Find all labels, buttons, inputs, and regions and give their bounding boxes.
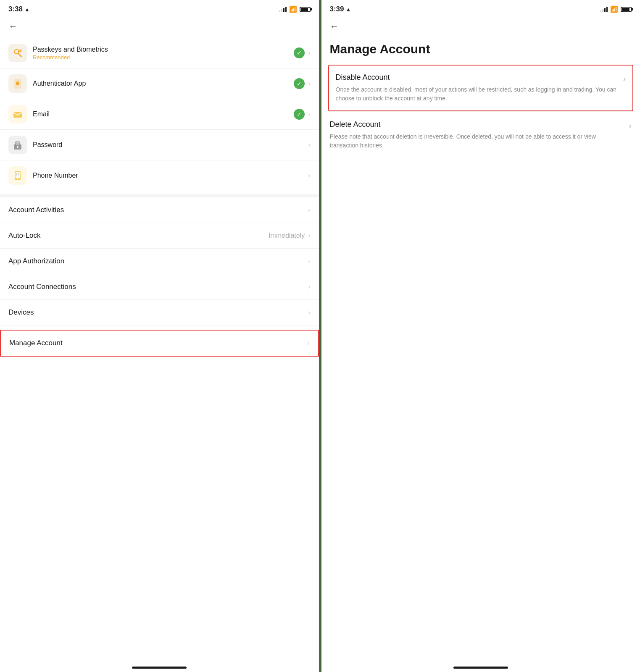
- section-divider-left: [0, 194, 319, 197]
- email-chevron: ›: [308, 110, 310, 118]
- passkeys-icon: [8, 44, 27, 62]
- menu-item-app-authorization[interactable]: App Authorization ›: [0, 249, 319, 274]
- home-bar-left: [132, 667, 187, 669]
- settings-item-passkeys[interactable]: Passkeys and Biometrics Recommended ✓ ›: [0, 38, 319, 68]
- disable-account-content: Disable Account Once the account is disa…: [336, 73, 619, 103]
- menu-section: Account Activities › Auto-Lock Immediate…: [0, 197, 319, 357]
- authenticator-icon: [8, 74, 27, 93]
- status-icons-right: 📶: [600, 5, 632, 13]
- settings-item-authenticator[interactable]: Authenticator App ✓ ›: [0, 68, 319, 99]
- auto-lock-chevron: ›: [308, 232, 310, 239]
- password-title: Password: [33, 141, 308, 149]
- app-authorization-chevron: ›: [308, 257, 310, 265]
- time-right: 3:39: [330, 5, 344, 13]
- manage-account-label: Manage Account: [9, 339, 307, 347]
- delete-account-content: Delete Account Please note that account …: [330, 120, 625, 150]
- password-chevron: ›: [308, 141, 310, 149]
- menu-item-auto-lock[interactable]: Auto-Lock Immediately ›: [0, 223, 319, 249]
- authenticator-check: ✓: [294, 78, 305, 89]
- devices-chevron: ›: [308, 309, 310, 316]
- phone-icon: [8, 166, 27, 185]
- battery-icon-left: [300, 7, 311, 12]
- wifi-icon-left: 📶: [289, 5, 297, 13]
- authenticator-title: Authenticator App: [33, 80, 294, 87]
- phone-right: ›: [308, 172, 310, 179]
- authenticator-chevron: ›: [308, 80, 310, 87]
- password-right: ›: [308, 141, 310, 149]
- svg-rect-14: [18, 173, 19, 174]
- passkeys-right: ✓ ›: [294, 47, 310, 58]
- email-content: Email: [33, 110, 294, 118]
- location-icon-right: ▲: [346, 6, 351, 13]
- page-title: Manage Account: [321, 38, 640, 65]
- back-arrow-left: ←: [8, 21, 18, 32]
- security-settings-section: Passkeys and Biometrics Recommended ✓ › …: [0, 38, 319, 191]
- wifi-icon-right: 📶: [610, 5, 618, 13]
- account-connections-label: Account Connections: [8, 283, 308, 291]
- email-right: ✓ ›: [294, 109, 310, 120]
- email-icon: [8, 105, 27, 123]
- passkeys-subtitle: Recommended: [33, 54, 294, 60]
- menu-item-account-activities[interactable]: Account Activities ›: [0, 197, 319, 223]
- passkeys-check: ✓: [294, 47, 305, 58]
- manage-account-chevron: ›: [307, 339, 309, 347]
- phone-chevron: ›: [308, 172, 310, 179]
- auto-lock-label: Auto-Lock: [8, 231, 269, 240]
- svg-point-3: [16, 82, 19, 85]
- account-connections-chevron: ›: [308, 283, 310, 291]
- phone-title: Phone Number: [33, 172, 308, 179]
- account-activities-chevron: ›: [308, 206, 310, 214]
- status-icons-left: 📶: [279, 5, 311, 13]
- account-activities-label: Account Activities: [8, 206, 308, 214]
- svg-point-0: [14, 50, 18, 54]
- svg-rect-16: [18, 176, 19, 176]
- svg-rect-13: [16, 176, 17, 176]
- phone-content: Phone Number: [33, 172, 308, 179]
- status-bar-right: 3:39 ▲ 📶: [321, 0, 640, 17]
- passkeys-chevron: ›: [308, 49, 310, 57]
- left-screen: 3:38 ▲ 📶 ←: [0, 0, 321, 672]
- passkeys-title: Passkeys and Biometrics: [33, 46, 294, 53]
- disable-account-title: Disable Account: [336, 73, 619, 82]
- devices-label: Devices: [8, 308, 308, 317]
- svg-rect-12: [16, 174, 17, 175]
- passkeys-content: Passkeys and Biometrics Recommended: [33, 46, 294, 60]
- disable-account-desc: Once the account is disabled, most of yo…: [336, 85, 619, 103]
- manage-item-disable-account[interactable]: Disable Account Once the account is disa…: [328, 65, 634, 111]
- delete-account-chevron: ›: [629, 121, 632, 131]
- menu-item-devices[interactable]: Devices ›: [0, 300, 319, 326]
- location-icon-left: ▲: [24, 6, 30, 13]
- settings-item-phone[interactable]: Phone Number ›: [0, 160, 319, 191]
- delete-account-desc: Please note that account deletion is irr…: [330, 132, 625, 150]
- email-title: Email: [33, 110, 294, 118]
- delete-account-title: Delete Account: [330, 120, 625, 129]
- settings-item-password[interactable]: Password ›: [0, 130, 319, 160]
- email-check: ✓: [294, 109, 305, 120]
- authenticator-right: ✓ ›: [294, 78, 310, 89]
- signal-icon-left: [279, 6, 287, 12]
- disable-account-chevron: ›: [623, 74, 626, 84]
- back-button-right[interactable]: ←: [321, 17, 640, 38]
- back-button-left[interactable]: ←: [0, 17, 319, 38]
- authenticator-content: Authenticator App: [33, 80, 294, 87]
- battery-icon-right: [621, 7, 632, 12]
- password-icon: [8, 136, 27, 154]
- back-arrow-right: ←: [330, 21, 339, 32]
- status-bar-left: 3:38 ▲ 📶: [0, 0, 319, 17]
- right-screen: 3:39 ▲ 📶 ← Manage Account Disable Accoun…: [321, 0, 640, 672]
- svg-rect-11: [16, 173, 17, 174]
- svg-rect-8: [15, 143, 20, 144]
- home-indicator-right: [321, 662, 640, 672]
- svg-rect-4: [16, 81, 19, 81]
- settings-item-email[interactable]: Email ✓ ›: [0, 99, 319, 130]
- home-bar-right: [453, 667, 508, 669]
- menu-item-manage-account[interactable]: Manage Account ›: [0, 330, 319, 357]
- app-authorization-label: App Authorization: [8, 257, 308, 265]
- home-indicator-left: [0, 662, 319, 672]
- manage-item-delete-account[interactable]: Delete Account Please note that account …: [328, 112, 634, 158]
- menu-item-account-connections[interactable]: Account Connections ›: [0, 274, 319, 300]
- password-content: Password: [33, 141, 308, 149]
- svg-point-17: [17, 178, 18, 179]
- svg-rect-15: [18, 174, 19, 175]
- auto-lock-value: Immediately: [269, 232, 305, 239]
